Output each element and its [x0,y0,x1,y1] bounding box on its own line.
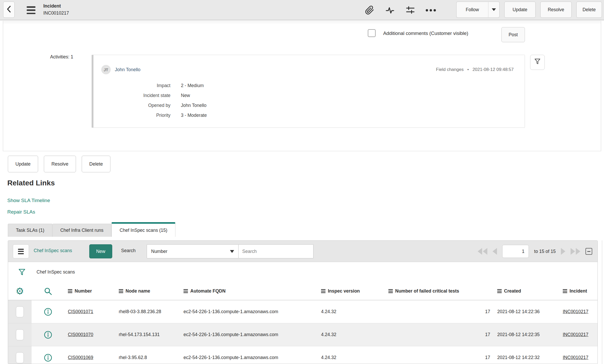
list-context-menu-icon[interactable] [13,244,29,258]
search-icon [44,287,52,296]
field-label: Priority [93,113,170,118]
first-page-icon[interactable] [478,248,487,255]
scan-number-link[interactable]: CIS0001069 [68,355,93,360]
row-checkbox[interactable] [16,352,24,363]
column-header-automate-fqdn[interactable]: Automate FQDN [183,288,320,294]
search-input[interactable] [238,244,313,258]
incident-link[interactable]: INC0010217 [563,355,588,360]
repair-slas-link[interactable]: Repair SLAs [7,209,35,215]
form-action-buttons: Update Resolve Delete [8,156,110,172]
pagination-range-text: to 15 of 15 [534,249,556,254]
column-header-inspec-version[interactable]: Inspec version [320,288,388,294]
follow-split-button: Follow [456,2,500,18]
activity-timestamp: 2021-08-12 09:48:57 [472,67,514,72]
collapse-list-icon[interactable] [585,248,592,255]
show-sla-timeline-link[interactable]: Show SLA Timeline [7,198,50,203]
activity-entry-card: JT John Tonello Field changes • 2021-08-… [92,55,525,128]
row-preview-cell [32,346,64,364]
resolve-button[interactable]: Resolve [44,156,76,172]
page-number-input[interactable] [502,245,529,258]
inspec-version-value: 4.24.32 [320,346,388,364]
avatar: JT [101,65,111,74]
row-checkbox[interactable] [16,329,24,340]
scan-number-link[interactable]: CIS0001070 [68,332,93,337]
column-menu-icon [563,289,567,293]
form-context-menu-icon[interactable] [27,6,36,14]
header-action-buttons: Follow Update Resolve Delete [456,2,602,18]
column-header-failed-critical-tests[interactable]: Number of failed critical tests [388,288,492,294]
field-label: Incident state [93,93,170,98]
column-header-node-name[interactable]: Node name [118,288,183,294]
info-icon[interactable] [44,307,52,316]
field-value: 3 - Moderate [181,113,207,118]
row-checkbox-cell [8,323,32,346]
tab-chef-infra-client-runs[interactable]: Chef Infra Client runs [52,224,111,237]
scroll-edge-divider [602,240,602,364]
node-name-value: rhel-3.95.62.8 [118,346,183,364]
last-page-icon[interactable] [571,248,580,255]
column-header-incident[interactable]: Incident [563,288,597,294]
info-icon[interactable] [44,330,52,339]
resolve-button-header[interactable]: Resolve [540,2,572,18]
activity-meta-separator: • [467,67,469,72]
column-label: Node name [126,288,150,294]
delete-button[interactable]: Delete [82,156,110,172]
column-menu-icon [68,289,72,293]
chef-inspec-scans-list: Chef InSpec scans New Search Number to 1… [8,240,598,364]
additional-comments-checkbox[interactable] [368,29,376,37]
created-value: 2021-08-12 14:22:36 [492,300,563,323]
update-button[interactable]: Update [8,156,38,172]
column-label: Incident [570,288,587,294]
new-button[interactable]: New [89,244,112,258]
attachment-icon[interactable] [364,5,375,16]
delete-button-header[interactable]: Delete [576,2,602,18]
field-value: 2 - Medium [181,83,204,88]
post-button[interactable]: Post [501,27,525,42]
additional-comments-label: Additional comments (Customer visible) [383,31,468,36]
list-search-icon[interactable] [32,282,64,300]
row-checkbox[interactable] [16,306,24,317]
incident-link[interactable]: INC0010217 [563,309,588,314]
table-row: CIS0001070 rhel-54.173.154.131 ec2-54-22… [8,323,597,346]
list-header-bar: Chef InSpec scans New Search Number to 1… [8,241,597,262]
list-breadcrumb-label: Chef InSpec scans [37,269,75,275]
created-value: 2021-08-12 14:22:32 [492,346,563,364]
table-row: CIS0001071 rhel8-03-3.88.236.28 ec2-54-2… [8,300,597,323]
field-change-row: Impact 2 - Medium [93,81,207,90]
column-menu-icon [497,289,502,293]
info-icon[interactable] [44,353,52,362]
chevron-down-icon [492,8,496,11]
tab-chef-inspec-scans[interactable]: Chef InSpec scans (15) [111,222,175,237]
update-button-header[interactable]: Update [504,2,536,18]
list-gear-icon[interactable]: ⚙ [8,282,32,300]
activities-count-label: Activities: 1 [50,54,73,60]
field-label: Impact [93,83,170,88]
column-header-created[interactable]: Created [492,288,563,294]
column-menu-icon [388,289,393,293]
node-name-value: rhel8-03-3.88.236.28 [118,300,183,323]
follow-button[interactable]: Follow [456,2,488,18]
next-page-icon[interactable] [561,248,565,255]
search-field-select[interactable]: Number [147,244,239,258]
personalize-form-icon[interactable] [405,5,416,16]
top-header-bar: Incident INC0010217 Follow Update Resol [0,0,604,20]
pagination-controls: to 15 of 15 [478,241,592,262]
list-title-link[interactable]: Chef InSpec scans [34,248,72,253]
follow-dropdown-button[interactable] [488,2,500,18]
incident-form-panel: Additional comments (Customer visible) P… [3,21,601,151]
activity-filter-button[interactable] [530,55,545,70]
row-checkbox-cell [8,300,32,323]
search-label: Search [121,248,135,253]
list-funnel-icon[interactable] [18,268,26,278]
more-options-icon[interactable] [425,5,436,16]
tab-task-slas[interactable]: Task SLAs (1) [8,224,52,237]
gear-icon: ⚙ [16,287,24,296]
back-button[interactable] [3,2,15,18]
column-header-number[interactable]: Number [64,288,118,294]
previous-page-icon[interactable] [493,248,497,255]
field-change-row: Incident state New [93,90,207,100]
incident-link[interactable]: INC0010217 [563,332,588,337]
scan-number-link[interactable]: CIS0001071 [68,309,93,314]
activity-stream-icon[interactable] [384,5,395,16]
column-menu-icon [119,289,123,293]
